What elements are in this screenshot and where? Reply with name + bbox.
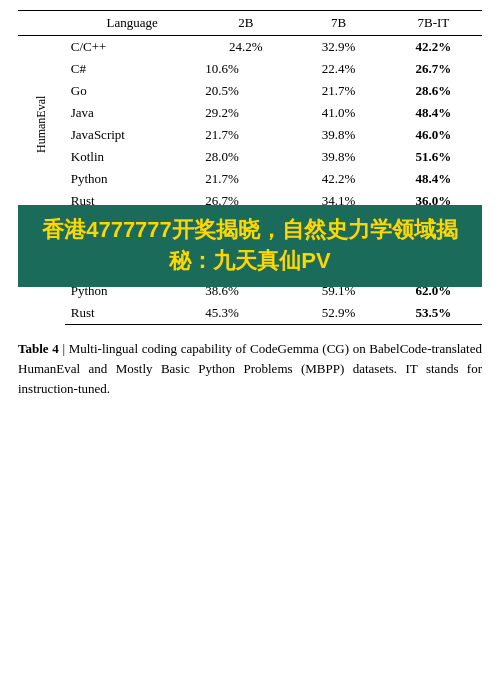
cell-2b: 38.6% [199,280,292,302]
cell-7bit: 62.0% [385,280,482,302]
cell-7b: 39.8% [292,124,385,146]
cell-2b: 24.2% [199,36,292,59]
col-7bit-header: 7B-IT [385,11,482,36]
cell-7b: 54.7% [292,258,385,280]
cell-language: Kotlin [65,146,200,168]
cell-7b: 22.4% [292,58,385,80]
cell-2b: 21.7% [199,168,292,190]
cell-2b: 45.3% [199,236,292,258]
cell-7bit: 48.4% [385,102,482,124]
cell-2b: 29.2% [199,102,292,124]
table-row: Kotlin28.0%39.8%51.6% [18,146,482,168]
table-row: Java29.2%41.0%48.4% [18,102,482,124]
table-row: HumanEvalC/C++24.2%32.9%42.2% [18,36,482,59]
cell-7bit: 36.0% [385,190,482,213]
cell-2b: 26.7% [199,190,292,213]
table-row: JavaScript45.3%58.2%61.4% [18,236,482,258]
table-row: Rust45.3%52.9%53.5% [18,302,482,325]
cell-language: JavaScript [65,236,200,258]
cell-7b: 34.1% [292,190,385,213]
cell-7b: 58.2% [292,236,385,258]
cell-7b: 50.3% [292,213,385,237]
table-row: MBPPJava41.8%50.3%57.3% [18,213,482,237]
cell-7bit: 26.7% [385,58,482,80]
cell-2b: 28.0% [199,146,292,168]
caption-text: | Multi-lingual coding capability of Cod… [18,341,482,396]
table-row: JavaScript21.7%39.8%46.0% [18,124,482,146]
col-group-header [18,11,65,36]
cell-language: Rust [65,302,200,325]
cell-language: JavaScript [65,124,200,146]
table-row: Rust26.7%34.1%36.0% [18,190,482,213]
cell-7b: 41.0% [292,102,385,124]
cell-7bit: 61.4% [385,236,482,258]
cell-7bit: 59.9% [385,258,482,280]
cell-7b: 59.1% [292,280,385,302]
cell-2b: 10.6% [199,58,292,80]
cell-2b: 41.8% [199,213,292,237]
table-row: Kotlin46.8%54.7%59.9% [18,258,482,280]
cell-7b: 39.8% [292,146,385,168]
table-container: Language 2B 7B 7B-IT HumanEvalC/C++24.2%… [18,10,482,325]
cell-7b: 32.9% [292,36,385,59]
col-2b-header: 2B [199,11,292,36]
cell-7bit: 46.0% [385,124,482,146]
table-row: C#10.6%22.4%26.7% [18,58,482,80]
cell-7bit: 28.6% [385,80,482,102]
cell-7bit: 48.4% [385,168,482,190]
cell-language: Go [65,80,200,102]
cell-language: Java [65,213,200,237]
cell-2b: 46.8% [199,258,292,280]
col-language-header: Language [65,11,200,36]
table-caption: Table 4 | Multi-lingual coding capabilit… [18,339,482,399]
cell-language: Kotlin [65,258,200,280]
table-row: Go20.5%21.7%28.6% [18,80,482,102]
table-row: Python21.7%42.2%48.4% [18,168,482,190]
cell-7bit: 51.6% [385,146,482,168]
cell-language: C/C++ [65,36,200,59]
col-7b-header: 7B [292,11,385,36]
cell-language: C# [65,58,200,80]
caption-label: Table 4 [18,341,59,356]
cell-7b: 21.7% [292,80,385,102]
cell-2b: 21.7% [199,124,292,146]
table-row: Python38.6%59.1%62.0% [18,280,482,302]
cell-7bit: 42.2% [385,36,482,59]
group-label-mbpp: MBPP [18,213,65,325]
group-label-humaneval: HumanEval [18,36,65,213]
cell-language: Python [65,280,200,302]
cell-language: Rust [65,190,200,213]
cell-7bit: 57.3% [385,213,482,237]
cell-2b: 45.3% [199,302,292,325]
cell-7bit: 53.5% [385,302,482,325]
cell-language: Python [65,168,200,190]
cell-7b: 42.2% [292,168,385,190]
cell-7b: 52.9% [292,302,385,325]
cell-2b: 20.5% [199,80,292,102]
data-table: Language 2B 7B 7B-IT HumanEvalC/C++24.2%… [18,10,482,325]
cell-language: Java [65,102,200,124]
